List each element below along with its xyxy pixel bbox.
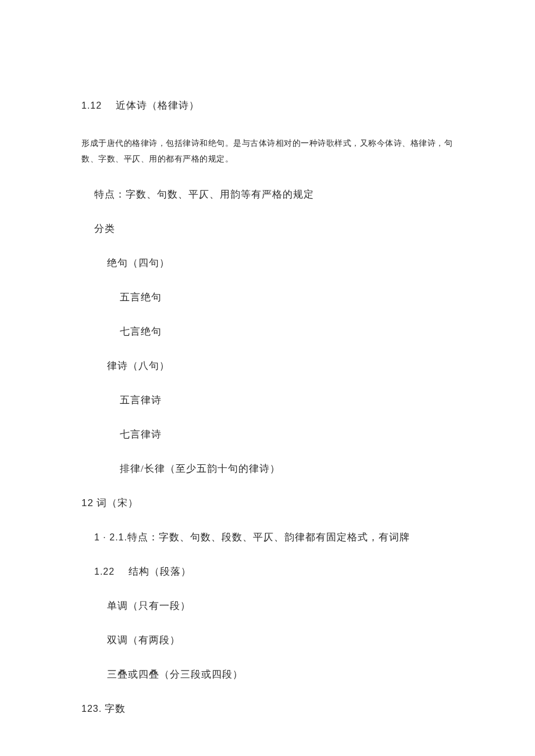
- section-title-ci: 词（宋）: [97, 497, 138, 508]
- jueju-qiyan: 七言绝句: [81, 325, 454, 338]
- zishu-heading: 123. 字数: [81, 702, 454, 715]
- ci-feature: 1 · 2.1.特点：字数、句数、段数、平仄、韵律都有固定格式，有词牌: [81, 531, 454, 544]
- lushi-title: 律诗（八句）: [81, 359, 454, 372]
- feature-text-ci: 特点：字数、句数、段数、平仄、韵律都有固定格式，有词牌: [127, 532, 410, 543]
- jueju-title: 绝句（四句）: [81, 256, 454, 270]
- section-number: 1.12: [81, 101, 102, 110]
- structure-dandiao: 单调（只有一段）: [81, 599, 454, 612]
- jueju-wuyan: 五言绝句: [81, 291, 454, 304]
- structure-number: 1.22: [94, 567, 115, 576]
- section-number-ci: 12: [81, 497, 94, 508]
- structure-sandie: 三叠或四叠（分三段或四段）: [81, 668, 454, 681]
- section-description: 形成于唐代的格律诗，包括律诗和绝句。是与古体诗相对的一种诗歌样式，又称今体诗、格…: [81, 135, 454, 167]
- structure-heading: 1.22结构（段落）: [81, 565, 454, 578]
- structure-shuangdiao: 双调（有两段）: [81, 633, 454, 647]
- structure-title: 结构（段落）: [129, 566, 191, 577]
- zishu-number: 123.: [81, 704, 102, 714]
- lushi-wuyan: 五言律诗: [81, 393, 454, 407]
- classification-label: 分类: [81, 222, 454, 235]
- section-title: 近体诗（格律诗）: [116, 100, 199, 111]
- lushi-pailu: 排律/长律（至少五韵十句的律诗）: [81, 462, 454, 475]
- section-heading-ci: 12 词（宋）: [81, 496, 454, 510]
- feature-text: 特点：字数、句数、平仄、用韵等有严格的规定: [81, 188, 454, 201]
- zishu-title: 字数: [105, 703, 126, 714]
- section-heading-jintishi: 1.12近体诗（格律诗）: [81, 99, 454, 112]
- feature-number: 1 · 2.1.: [94, 532, 127, 542]
- lushi-qiyan: 七言律诗: [81, 428, 454, 441]
